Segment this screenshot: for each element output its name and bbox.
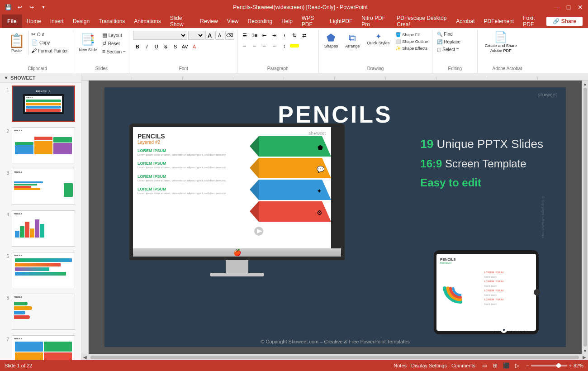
slide-thumb-5[interactable]: 5 PENCILS <box>0 249 81 291</box>
menu-nitro[interactable]: Nitro PDF Pro <box>357 14 392 28</box>
shapes-button[interactable]: ⬟ Shapes <box>322 31 341 50</box>
bullets-button[interactable]: ☰ <box>240 31 249 40</box>
slide-thumbnail-7[interactable]: PENCILS <box>12 335 75 360</box>
customize-icon[interactable]: ▼ <box>39 3 48 12</box>
menu-animations[interactable]: Animations <box>129 14 165 28</box>
create-share-pdf-button[interactable]: 📄 Create and Share Adobe PDF <box>480 31 521 53</box>
menu-wpspdf[interactable]: WPS PDF <box>297 14 325 28</box>
font-family-select[interactable] <box>133 31 187 40</box>
menu-pdfescape[interactable]: PDFescape Desktop Crea! <box>392 14 451 28</box>
italic-button[interactable]: I <box>142 42 152 51</box>
close-button[interactable]: ✕ <box>576 3 584 11</box>
shape-outline-button[interactable]: ⬜Shape Outline <box>394 38 429 44</box>
justify[interactable]: ≡ <box>270 41 279 50</box>
increase-indent[interactable]: ⇥ <box>270 31 279 40</box>
paste-button[interactable]: 📋 Paste <box>5 31 29 55</box>
menu-design[interactable]: Design <box>68 14 94 28</box>
slide-thumb-6[interactable]: 6 PENCILS <box>0 291 81 333</box>
select-button[interactable]: ⬚Select = <box>435 46 474 53</box>
right-scrollbar[interactable]: ▲ ▼ <box>582 81 588 354</box>
direction-button[interactable]: ⇅ <box>290 31 299 40</box>
slide-thumb-7[interactable]: 7 PENCILS <box>0 333 81 360</box>
menu-review[interactable]: Review <box>195 14 222 28</box>
zoom-slider[interactable] <box>531 365 567 366</box>
char-spacing-button[interactable]: AV <box>180 42 190 51</box>
quick-access-toolbar[interactable]: 💾 ↩ ↪ ▼ <box>4 3 48 12</box>
scroll-down-arrow[interactable]: ▼ <box>582 347 588 354</box>
shadow-button[interactable]: S <box>171 42 180 51</box>
redo-icon[interactable]: ↪ <box>27 3 36 12</box>
increase-font-size[interactable]: A <box>205 31 214 40</box>
slide-thumb-2[interactable]: 2 PENCILS <box>0 124 81 166</box>
save-icon[interactable]: 💾 <box>4 3 13 12</box>
file-menu[interactable]: File <box>2 14 22 28</box>
font-size-select[interactable] <box>188 31 204 40</box>
undo-icon[interactable]: ↩ <box>15 3 24 12</box>
shape-fill-button[interactable]: 🪣Shape Fill <box>394 32 429 38</box>
clear-format[interactable]: ⌫ <box>225 31 234 40</box>
notes-button[interactable]: Notes <box>394 363 407 368</box>
reset-button[interactable]: ↺Reset <box>101 40 127 47</box>
slide-thumb-4[interactable]: 4 PENCILS <box>0 208 81 249</box>
replace-button[interactable]: 🔄Replace <box>435 38 474 45</box>
slide-thumbnail-2[interactable]: PENCILS <box>12 127 75 163</box>
menu-recording[interactable]: Recording <box>243 14 277 28</box>
line-spacing[interactable]: ↕ <box>280 41 289 50</box>
find-button[interactable]: 🔍Find <box>435 31 474 38</box>
slide-sorter-button[interactable]: ⊞ <box>491 362 500 369</box>
slide-thumb-1[interactable]: 1 PENCILS PENCILS <box>0 83 81 124</box>
numbering-button[interactable]: 1≡ <box>250 31 259 40</box>
format-painter-button[interactable]: 🖌Format Painter <box>30 47 69 54</box>
slide-canvas[interactable]: PENCILS PENCILS Layered #2 sh●weet <box>89 81 582 354</box>
menu-slideshow[interactable]: Slide Show <box>166 14 196 28</box>
align-left[interactable]: ≡ <box>240 41 249 50</box>
reading-view-button[interactable]: ⬛ <box>502 362 511 369</box>
minimize-button[interactable]: — <box>553 3 561 11</box>
slideshow-button[interactable]: ▷ <box>512 362 522 369</box>
slide-thumbnail-3[interactable]: PENCILS <box>12 169 75 205</box>
menu-home[interactable]: Home <box>22 14 46 28</box>
menu-insert[interactable]: Insert <box>46 14 68 28</box>
slide-thumbnail-6[interactable]: PENCILS <box>12 294 75 330</box>
font-color-button[interactable]: A <box>190 42 199 51</box>
copy-button[interactable]: 📄Copy <box>30 39 69 46</box>
menu-pdfelement[interactable]: PDFelement <box>479 14 519 28</box>
comments-button[interactable]: Comments <box>451 363 475 368</box>
convert-button[interactable]: ⇄ <box>300 31 309 40</box>
zoom-in-button[interactable]: + <box>569 363 572 368</box>
scroll-right-arrow[interactable]: ▶ <box>581 355 588 360</box>
display-settings-button[interactable]: Display Settings <box>411 363 447 368</box>
window-controls[interactable]: — □ ✕ <box>553 3 584 11</box>
menu-lightpdf[interactable]: LightPDF <box>325 14 357 28</box>
bold-button[interactable]: B <box>133 42 142 51</box>
layout-button[interactable]: ▦Layout <box>101 32 127 39</box>
align-center[interactable]: ≡ <box>250 41 259 50</box>
slide-thumbnail-5[interactable]: PENCILS <box>12 252 75 288</box>
menu-acrobat[interactable]: Acrobat <box>451 14 479 28</box>
slide-thumbnail-1[interactable]: PENCILS PENCILS <box>12 86 75 122</box>
share-button[interactable]: 🔗 Share <box>546 17 583 26</box>
slide-thumbnail-4[interactable]: PENCILS <box>12 210 75 247</box>
cut-button[interactable]: ✂Cut <box>30 31 69 38</box>
new-slide-button[interactable]: 📑 New Slide <box>76 31 100 54</box>
menu-view[interactable]: View <box>223 14 243 28</box>
underline-button[interactable]: U <box>152 42 161 51</box>
align-right[interactable]: ≡ <box>260 41 269 50</box>
menu-help[interactable]: Help <box>277 14 297 28</box>
strikethrough-button[interactable]: S̶ <box>161 42 171 51</box>
normal-view-button[interactable]: ▭ <box>480 362 489 369</box>
h-scroll-thumb[interactable] <box>90 356 579 359</box>
scroll-thumb[interactable] <box>583 88 587 347</box>
slide-thumb-3[interactable]: 3 PENCILS <box>0 166 81 208</box>
scroll-up-arrow[interactable]: ▲ <box>582 81 588 87</box>
decrease-font-size[interactable]: A <box>215 31 224 40</box>
highlight[interactable] <box>290 44 299 48</box>
section-button[interactable]: ≡Section ~ <box>101 48 127 55</box>
zoom-out-button[interactable]: − <box>526 363 529 368</box>
arrange-button[interactable]: ⧉ Arrange <box>342 31 362 50</box>
menu-transitions[interactable]: Transitions <box>94 14 129 28</box>
quick-styles-button[interactable]: ✦ Quick Styles <box>364 31 392 47</box>
scroll-left-arrow[interactable]: ◀ <box>81 355 89 360</box>
zoom-level[interactable]: 82% <box>574 363 583 368</box>
maximize-button[interactable]: □ <box>564 3 573 11</box>
